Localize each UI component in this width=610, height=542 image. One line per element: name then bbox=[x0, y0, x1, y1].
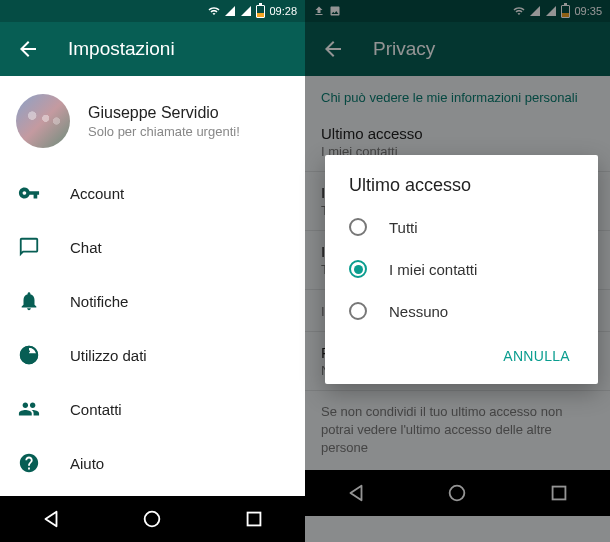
wifi-icon bbox=[208, 5, 220, 17]
app-header: Impostazioni bbox=[0, 22, 305, 76]
status-bar: 09:28 bbox=[0, 0, 305, 22]
profile-row[interactable]: Giuseppe Servidio Solo per chiamate urge… bbox=[0, 76, 305, 166]
nav-bar bbox=[0, 496, 305, 542]
settings-item-label: Utilizzo dati bbox=[70, 347, 147, 364]
svg-rect-1 bbox=[248, 513, 261, 526]
settings-list: Account Chat Notifiche Utilizzo dati Con… bbox=[0, 166, 305, 496]
radio-option-nessuno[interactable]: Nessuno bbox=[325, 290, 598, 332]
profile-name: Giuseppe Servidio bbox=[88, 104, 240, 122]
signal-icon bbox=[240, 5, 252, 17]
nav-home-icon[interactable] bbox=[141, 508, 163, 530]
help-icon bbox=[18, 452, 40, 474]
dialog-title: Ultimo accesso bbox=[325, 175, 598, 206]
settings-item-label: Notifiche bbox=[70, 293, 128, 310]
settings-item-utilizzo[interactable]: Utilizzo dati bbox=[0, 328, 305, 382]
settings-item-label: Aiuto bbox=[70, 455, 104, 472]
settings-item-label: Contatti bbox=[70, 401, 122, 418]
cancel-button[interactable]: ANNULLA bbox=[491, 340, 582, 372]
svg-point-0 bbox=[145, 512, 160, 527]
key-icon bbox=[18, 182, 40, 204]
battery-icon bbox=[256, 5, 265, 18]
data-icon bbox=[18, 344, 40, 366]
bell-icon bbox=[18, 290, 40, 312]
radio-icon bbox=[349, 302, 367, 320]
signal-icon bbox=[224, 5, 236, 17]
page-title: Impostazioni bbox=[68, 38, 175, 60]
profile-status: Solo per chiamate urgenti! bbox=[88, 124, 240, 139]
radio-icon bbox=[349, 260, 367, 278]
settings-item-contatti[interactable]: Contatti bbox=[0, 382, 305, 436]
radio-label: Tutti bbox=[389, 219, 418, 236]
settings-item-aiuto[interactable]: Aiuto bbox=[0, 436, 305, 490]
back-icon[interactable] bbox=[16, 37, 40, 61]
dialog-ultimo-accesso: Ultimo accesso Tutti I miei contatti Nes… bbox=[325, 155, 598, 384]
settings-item-label: Account bbox=[70, 185, 124, 202]
radio-icon bbox=[349, 218, 367, 236]
nav-recent-icon[interactable] bbox=[243, 508, 265, 530]
clock: 09:28 bbox=[269, 5, 297, 17]
nav-back-icon[interactable] bbox=[40, 508, 62, 530]
radio-option-contatti[interactable]: I miei contatti bbox=[325, 248, 598, 290]
settings-item-notifiche[interactable]: Notifiche bbox=[0, 274, 305, 328]
avatar bbox=[16, 94, 70, 148]
settings-item-chat[interactable]: Chat bbox=[0, 220, 305, 274]
radio-option-tutti[interactable]: Tutti bbox=[325, 206, 598, 248]
contacts-icon bbox=[18, 398, 40, 420]
radio-label: Nessuno bbox=[389, 303, 448, 320]
settings-item-label: Chat bbox=[70, 239, 102, 256]
settings-item-account[interactable]: Account bbox=[0, 166, 305, 220]
chat-icon bbox=[18, 236, 40, 258]
radio-label: I miei contatti bbox=[389, 261, 477, 278]
